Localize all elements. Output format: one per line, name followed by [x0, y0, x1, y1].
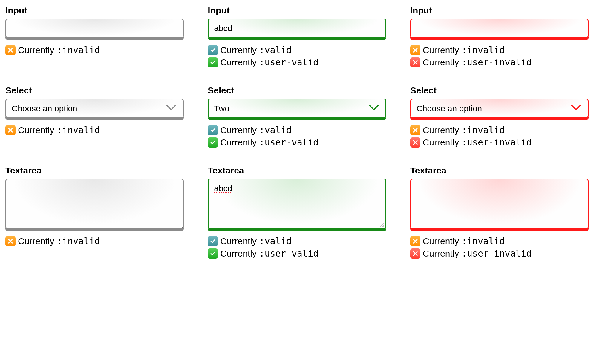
status-prefix: Currently [423, 248, 462, 258]
status-list: Currently :invalid [5, 45, 184, 55]
status-pseudo: :invalid [462, 236, 505, 246]
textarea-valid-cell: Textarea abcd Currently :valid Currently… [208, 165, 386, 259]
status-prefix: Currently [220, 57, 259, 67]
input-invalid-cell: Input Currently :invalid Currently :user… [410, 5, 589, 67]
status-invalid: Currently :invalid [5, 125, 184, 135]
status-prefix: Currently [18, 236, 57, 246]
status-pseudo: :invalid [57, 236, 100, 246]
status-list: Currently :valid Currently :user-valid [208, 125, 386, 148]
status-user-invalid: Currently :user-invalid [410, 248, 589, 259]
form-states-grid: Input Currently :invalid Input Currently… [5, 5, 589, 259]
status-prefix: Currently [220, 248, 259, 258]
select-invalid-cell: Select Choose an option Currently :inval… [410, 85, 589, 148]
input-valid-cell: Input Currently :valid Currently :user-v… [208, 5, 386, 67]
status-pseudo: :user-invalid [462, 248, 532, 259]
cross-icon [410, 57, 420, 67]
status-pseudo: :user-invalid [462, 137, 532, 148]
status-pseudo: :user-valid [259, 248, 319, 259]
select-valid[interactable]: Two [208, 99, 386, 118]
textarea-valid[interactable]: abcd [208, 179, 386, 229]
status-prefix: Currently [220, 236, 259, 246]
status-pseudo: :invalid [462, 45, 505, 55]
status-user-valid: Currently :user-valid [208, 57, 386, 67]
status-prefix: Currently [423, 45, 462, 55]
status-prefix: Currently [220, 45, 259, 55]
status-invalid: Currently :invalid [410, 125, 589, 135]
input-label: Input [208, 5, 386, 16]
select-label: Select [410, 85, 589, 96]
status-pseudo: :invalid [462, 125, 505, 135]
status-invalid: Currently :invalid [410, 45, 589, 55]
check-icon [208, 137, 218, 148]
input-label: Input [410, 5, 589, 16]
status-invalid: Currently :invalid [5, 45, 184, 55]
cross-icon [5, 45, 16, 55]
check-icon [208, 125, 218, 135]
input-neutral[interactable] [5, 19, 184, 38]
input-invalid[interactable] [410, 19, 589, 38]
check-icon [208, 236, 218, 246]
select-invalid[interactable]: Choose an option [410, 99, 589, 118]
status-list: Currently :valid Currently :user-valid [208, 45, 386, 67]
cross-icon [5, 236, 16, 246]
status-user-invalid: Currently :user-invalid [410, 137, 589, 148]
textarea-neutral-cell: Textarea Currently :invalid [5, 165, 184, 259]
status-pseudo: :valid [259, 125, 291, 135]
input-label: Input [5, 5, 184, 16]
status-pseudo: :user-valid [259, 57, 319, 67]
textarea-label: Textarea [410, 165, 589, 176]
textarea-invalid-cell: Textarea Currently :invalid Currently :u… [410, 165, 589, 259]
status-valid: Currently :valid [208, 125, 386, 135]
status-list: Currently :invalid Currently :user-inval… [410, 125, 589, 148]
status-list: Currently :valid Currently :user-valid [208, 236, 386, 259]
cross-icon [5, 125, 16, 135]
select-valid-cell: Select Two Currently :valid Currently :u… [208, 85, 386, 148]
status-user-invalid: Currently :user-invalid [410, 57, 589, 67]
textarea-value: abcd [214, 184, 232, 193]
status-prefix: Currently [220, 137, 259, 147]
status-prefix: Currently [423, 137, 462, 147]
cross-icon [410, 125, 420, 135]
cross-icon [410, 248, 420, 259]
cross-icon [410, 137, 420, 148]
status-list: Currently :invalid [5, 236, 184, 246]
status-list: Currently :invalid [5, 125, 184, 135]
status-prefix: Currently [18, 125, 57, 135]
status-pseudo: :invalid [57, 45, 100, 55]
status-list: Currently :invalid Currently :user-inval… [410, 236, 589, 259]
textarea-invalid[interactable] [410, 179, 589, 229]
select-label: Select [5, 85, 184, 96]
status-invalid: Currently :invalid [5, 236, 184, 246]
textarea-label: Textarea [208, 165, 386, 176]
status-user-valid: Currently :user-valid [208, 137, 386, 148]
input-valid[interactable] [208, 19, 386, 38]
select-wrap: Two [208, 99, 386, 118]
status-valid: Currently :valid [208, 45, 386, 55]
status-list: Currently :invalid Currently :user-inval… [410, 45, 589, 67]
status-prefix: Currently [18, 45, 57, 55]
status-prefix: Currently [423, 236, 462, 246]
input-neutral-cell: Input Currently :invalid [5, 5, 184, 67]
status-user-valid: Currently :user-valid [208, 248, 386, 259]
status-prefix: Currently [423, 57, 462, 67]
cross-icon [410, 236, 420, 246]
status-prefix: Currently [220, 125, 259, 135]
status-pseudo: :valid [259, 45, 291, 55]
status-pseudo: :invalid [57, 125, 100, 135]
select-neutral[interactable]: Choose an option [5, 99, 184, 118]
check-icon [208, 57, 218, 67]
status-pseudo: :user-valid [259, 137, 319, 148]
status-pseudo: :valid [259, 236, 291, 246]
check-icon [208, 248, 218, 259]
textarea-neutral[interactable] [5, 179, 184, 229]
textarea-label: Textarea [5, 165, 184, 176]
status-prefix: Currently [423, 125, 462, 135]
resize-handle-icon [379, 222, 385, 228]
cross-icon [410, 45, 420, 55]
select-wrap: Choose an option [5, 99, 184, 118]
check-icon [208, 45, 218, 55]
status-pseudo: :user-invalid [462, 57, 532, 67]
status-invalid: Currently :invalid [410, 236, 589, 246]
select-neutral-cell: Select Choose an option Currently :inval… [5, 85, 184, 148]
select-label: Select [208, 85, 386, 96]
